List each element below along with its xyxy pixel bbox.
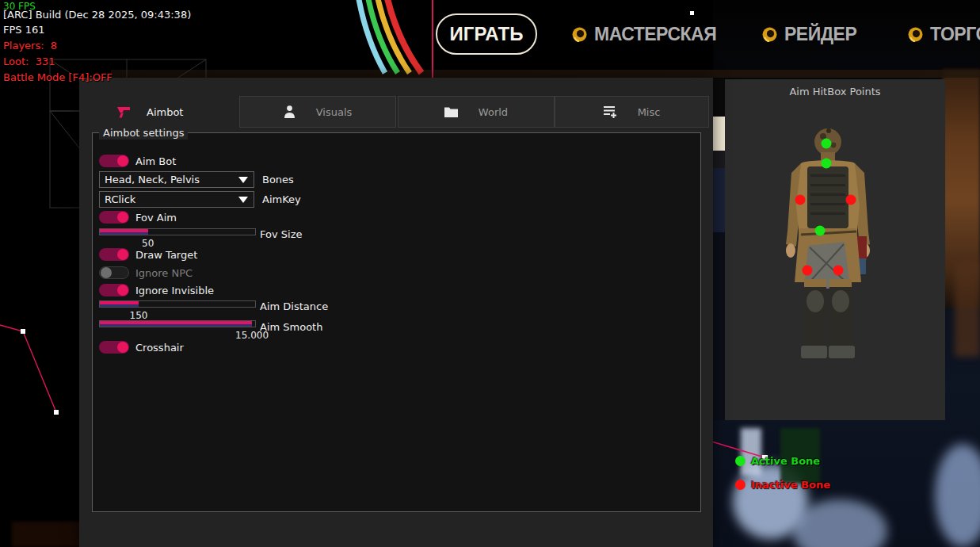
menu-item-raider[interactable]: РЕЙДЕР <box>762 22 856 46</box>
bones-dropdown-value: Head, Neck, Pelvis <box>105 174 200 186</box>
tab-label: World <box>479 106 508 118</box>
hud-loot: Loot: 331 <box>3 55 55 67</box>
legend-label: Active Bone <box>751 455 820 467</box>
toggle-knob <box>117 285 128 296</box>
hitbox-point-left-thigh[interactable] <box>803 266 813 276</box>
dropdown-arrow-icon <box>238 197 248 203</box>
scene-light-blob <box>741 428 761 476</box>
aimbot-settings-group: Aimbot settings Aim Bot Head, Neck, Pelv… <box>92 132 701 512</box>
dropdown-arrow-icon <box>238 177 248 183</box>
aimkey-dropdown[interactable]: RClick <box>99 191 254 208</box>
aimkey-label: AimKey <box>262 193 301 205</box>
hitbox-points-layer <box>725 79 945 420</box>
hitbox-point-neck[interactable] <box>822 159 832 169</box>
aim-distance-label: Aim Distance <box>260 300 328 312</box>
crosshair-label: Crosshair <box>135 342 184 354</box>
ignore-invisible-toggle[interactable] <box>99 284 129 296</box>
aim-smooth-slider[interactable]: 15.000 <box>99 320 256 327</box>
inactive-bone-dot-icon <box>735 480 745 490</box>
legend-active-bone: Active Bone <box>735 455 820 467</box>
draw-target-toggle[interactable] <box>99 248 129 261</box>
toggle-knob <box>101 267 112 278</box>
group-title: Aimbot settings <box>99 126 188 140</box>
ignore-npc-label: Ignore NPC <box>135 267 193 279</box>
play-button-label: ИГРАТЬ <box>450 23 524 45</box>
aim-smooth-label: Aim Smooth <box>260 321 322 333</box>
slider-fill <box>100 321 252 327</box>
fov-size-value: 50 <box>142 238 154 249</box>
tab-misc[interactable]: Misc <box>555 96 709 128</box>
tab-label: Misc <box>638 106 661 118</box>
fov-aim-toggle[interactable] <box>99 211 129 224</box>
rust-wall-texture2 <box>955 262 980 357</box>
menu-item-label: ТОРГО <box>930 24 980 45</box>
cheat-window: Aimbot Visuals World Misc <box>79 78 713 547</box>
legend-inactive-bone: Inactive Bone <box>735 479 830 491</box>
tab-visuals[interactable]: Visuals <box>239 96 396 128</box>
hud-players: Players: 8 <box>3 40 57 52</box>
menu-item-label: РЕЙДЕР <box>784 24 856 45</box>
bones-label: Bones <box>262 174 294 186</box>
scene-magenta-line <box>432 0 433 78</box>
toggle-knob <box>117 155 128 166</box>
playlist-add-icon <box>604 105 617 118</box>
hitbox-point-right-thigh[interactable] <box>833 266 844 276</box>
tab-world[interactable]: World <box>398 96 555 128</box>
ignore-npc-toggle[interactable] <box>99 266 129 279</box>
aim-bot-label: Aim Bot <box>135 155 176 167</box>
fov-size-label: Fov Size <box>260 228 302 240</box>
legend-label: Inactive Bone <box>751 479 830 491</box>
toggle-knob <box>117 342 128 353</box>
toggle-knob <box>117 212 128 223</box>
hitbox-point-left-shoulder[interactable] <box>795 195 806 205</box>
screen: 30 FPS [ARC] Build (Dec 28 2025, 09:43:3… <box>0 0 980 547</box>
rainbow-stripe-green <box>368 0 398 73</box>
hud-battle-mode: Battle Mode [F4]:OFF <box>3 71 112 83</box>
tab-label: Visuals <box>316 106 353 118</box>
coin-icon <box>762 27 777 42</box>
draw-target-label: Draw Target <box>135 249 197 261</box>
hud-fps: FPS 161 <box>3 24 45 36</box>
rainbow-stripe-yellow <box>377 0 410 73</box>
menu-item-workshop[interactable]: МАСТЕРСКАЯ <box>572 22 716 46</box>
aim-distance-value: 150 <box>130 310 148 321</box>
crosshair-toggle[interactable] <box>99 341 129 354</box>
menu-item-label: МАСТЕРСКАЯ <box>594 24 716 45</box>
scene-horizon-band <box>111 70 980 78</box>
person-icon <box>284 105 296 118</box>
menu-item-trader[interactable]: ТОРГО <box>908 22 980 46</box>
aim-distance-slider[interactable]: 150 <box>99 300 256 308</box>
scene-red-tint <box>12 522 83 547</box>
coin-icon <box>908 27 923 42</box>
tab-label: Aimbot <box>147 106 183 118</box>
active-bone-dot-icon <box>735 456 745 466</box>
hud-build-info: [ARC] Build (Dec 28 2025, 09:43:38) <box>3 9 191 21</box>
hitbox-panel: Aim HitBox Points <box>725 79 945 420</box>
coin-icon <box>572 27 587 42</box>
hitbox-point-right-shoulder[interactable] <box>846 195 856 205</box>
fov-size-slider[interactable]: 50 <box>99 228 256 235</box>
ignore-invisible-label: Ignore Invisible <box>135 285 214 296</box>
slider-fill <box>100 229 148 235</box>
slider-fill <box>100 301 139 307</box>
toggle-knob <box>117 249 128 260</box>
aimkey-dropdown-value: RClick <box>105 193 135 205</box>
hitbox-point-pelvis[interactable] <box>815 226 826 236</box>
fov-aim-label: Fov Aim <box>135 212 177 224</box>
gun-icon <box>117 106 131 118</box>
rainbow-stripe-cyan <box>358 0 385 73</box>
rainbow-stripe-red <box>387 0 421 73</box>
bones-dropdown[interactable]: Head, Neck, Pelvis <box>99 171 254 188</box>
play-button[interactable]: ИГРАТЬ <box>436 13 537 55</box>
tab-aimbot[interactable]: Aimbot <box>117 96 183 128</box>
aim-bot-toggle[interactable] <box>99 155 129 167</box>
folder-icon <box>444 106 458 117</box>
hitbox-point-head[interactable] <box>822 139 832 149</box>
